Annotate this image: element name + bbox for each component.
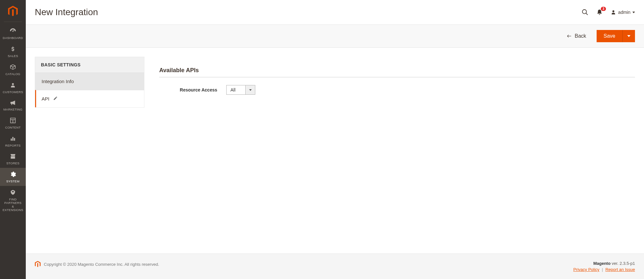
sidebar-label: MARKETING [3,108,22,111]
arrow-left-icon [566,34,572,38]
sidebar-item-system[interactable]: SYSTEM [0,168,26,186]
version-text: Magento ver. 2.3.5-p1 [573,261,635,266]
sidebar-item-catalog[interactable]: CATALOG [0,61,26,79]
sidebar-label: DASHBOARD [3,36,23,40]
copyright-text: Copyright © 2020 Magento Commerce Inc. A… [44,262,159,267]
settings-item-label: API [42,96,49,101]
settings-heading: BASIC SETTINGS [35,57,144,72]
svg-rect-3 [11,139,12,141]
svg-rect-5 [14,138,15,140]
resource-access-field: Resource Access All [159,85,635,95]
back-button[interactable]: Back [563,31,590,42]
user-icon [610,9,616,15]
sidebar-item-partners[interactable]: FIND PARTNERS & EXTENSIONS [0,186,26,215]
svg-rect-4 [12,137,13,141]
partners-icon [10,189,16,197]
dollar-icon [10,46,16,53]
resource-access-select[interactable]: All [226,85,255,95]
person-icon [10,82,16,89]
layout-icon [10,117,16,125]
admin-sidebar: DASHBOARD SALES CATALOG CUSTOMERS MARKET… [0,0,26,279]
form-area: Available APIs Resource Access All [159,57,635,95]
sidebar-label: SYSTEM [6,180,20,183]
header-actions: 3 admin [581,9,635,16]
page-title: New Integration [35,7,98,17]
notifications-button[interactable]: 3 [596,9,603,16]
sidebar-label: CONTENT [5,126,21,130]
footer-left: Copyright © 2020 Magento Commerce Inc. A… [35,261,159,267]
user-menu[interactable]: admin [610,9,635,15]
svg-line-7 [586,13,588,15]
content-area: BASIC SETTINGS Integration Info API Avai… [26,48,644,124]
save-dropdown-toggle[interactable] [622,30,635,42]
footer: Copyright © 2020 Magento Commerce Inc. A… [26,254,644,279]
bars-icon [10,135,16,143]
sidebar-label: REPORTS [5,144,21,148]
sidebar-label: CATALOG [5,72,20,76]
settings-tab-api[interactable]: API [35,90,144,107]
search-button[interactable] [581,9,589,16]
sidebar-item-dashboard[interactable]: DASHBOARD [0,24,26,43]
pencil-icon [53,96,58,101]
gear-icon [10,171,16,178]
magento-logo-small [35,261,41,267]
sidebar-item-reports[interactable]: REPORTS [0,132,26,150]
sidebar-item-stores[interactable]: STORES [0,150,26,168]
back-label: Back [575,33,586,39]
megaphone-icon [10,100,16,107]
chevron-down-icon [632,12,635,13]
version-number: 2.3.5-p1 [620,261,635,266]
sidebar-item-content[interactable]: CONTENT [0,114,26,132]
sidebar-item-marketing[interactable]: MARKETING [0,97,26,114]
settings-panel: BASIC SETTINGS Integration Info API [35,57,144,108]
footer-right: Magento ver. 2.3.5-p1 Privacy Policy | R… [573,261,635,272]
username-label: admin [618,10,630,15]
select-value: All [227,85,245,94]
sidebar-label: SALES [8,54,18,58]
gauge-icon [9,27,16,35]
save-button[interactable]: Save [597,30,622,42]
page-header: New Integration 3 admin [26,0,644,24]
sidebar-label: STORES [6,162,20,165]
store-icon [10,153,16,160]
privacy-policy-link[interactable]: Privacy Policy [573,267,600,272]
magento-logo[interactable] [4,0,22,22]
search-icon [581,9,589,16]
resource-access-label: Resource Access [159,87,217,92]
sidebar-label: CUSTOMERS [3,91,23,94]
divider: | [602,267,603,272]
main-area: New Integration 3 admin Back Save [26,0,644,279]
chevron-down-icon [627,35,630,37]
sidebar-item-sales[interactable]: SALES [0,43,26,61]
version-prefix: ver. [610,261,620,266]
save-button-group: Save [597,30,635,42]
svg-point-6 [582,10,587,14]
notification-badge: 3 [601,7,606,11]
box-icon [10,64,16,71]
settings-item-label: Integration Info [42,79,74,84]
settings-tab-integration-info[interactable]: Integration Info [35,72,144,90]
chevron-down-icon [249,89,252,91]
sidebar-label: FIND PARTNERS & EXTENSIONS [1,198,24,212]
product-name: Magento [593,261,610,266]
section-title: Available APIs [159,67,635,77]
report-issue-link[interactable]: Report an Issue [605,267,635,272]
toolbar: Back Save [26,24,644,48]
footer-links: Privacy Policy | Report an Issue [573,267,635,272]
sidebar-item-customers[interactable]: CUSTOMERS [0,79,26,97]
select-toggle[interactable] [245,85,255,94]
